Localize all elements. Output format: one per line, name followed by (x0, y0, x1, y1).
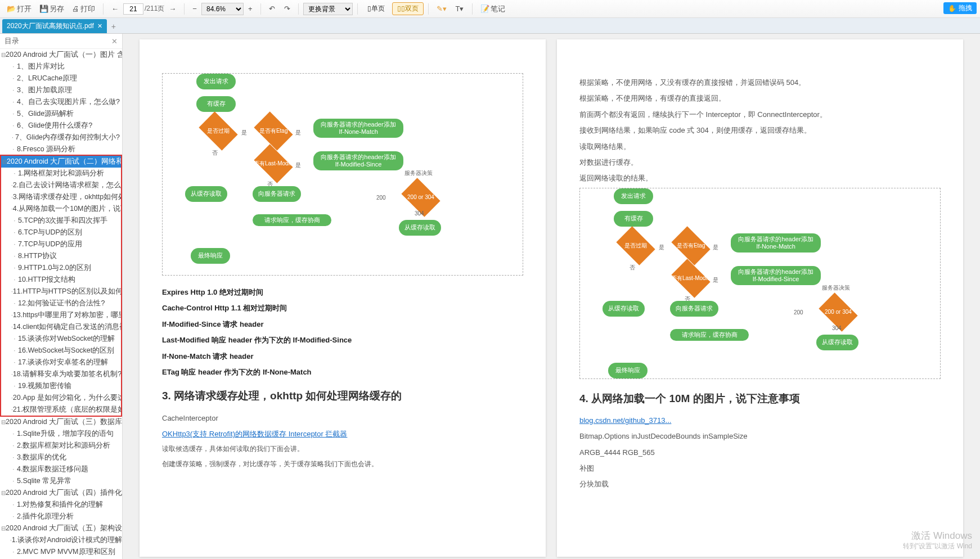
flow-node: 是否有Last-Modified (671, 259, 710, 297)
add-tab-button[interactable]: + (107, 20, 120, 33)
single-page-button[interactable]: ▯单页 (362, 2, 390, 15)
toc-item[interactable]: ·3.网络请求缓存处理，okhttp如何处理 (1, 191, 121, 203)
toc-item[interactable]: ·10.HTTP报文结构 (1, 274, 121, 286)
toc-item[interactable]: ·15.谈谈你对WebSocket的理解 (1, 333, 121, 345)
page-viewport[interactable]: 发出请求有缓存是否过期是否是否有Etag是否向服务器请求的header添加 If… (123, 34, 980, 559)
toc-item[interactable]: ·5.Sqlite 常见异常 (0, 475, 122, 487)
print-button[interactable]: 🖨打印 (69, 2, 98, 16)
flow-node: 请求响应，缓存协商 (253, 214, 331, 226)
flowchart-left: 发出请求有缓存是否过期是否是否有Etag是否向服务器请求的header添加 If… (162, 73, 523, 276)
toc-item[interactable]: ·1.对热修复和插件化的理解 (0, 499, 122, 511)
flow-node: 有缓存 (196, 96, 236, 112)
toc-item[interactable]: ⊟2020 Android 大厂面试（四）插件化、模 (0, 487, 122, 499)
toc-item[interactable]: ·1.谈谈你对Android设计模式的理解 (0, 534, 122, 546)
sidebar-close-icon[interactable]: ✕ (111, 37, 118, 46)
flow-node: 向服务器请求 (670, 301, 718, 317)
toc-item[interactable]: ·8.Fresco 源码分析 (0, 143, 122, 155)
toc-item[interactable]: ⊟2020 Android 大厂面试（三）数据库 含 (0, 416, 122, 428)
flow-label: 是 (241, 128, 247, 138)
zoom-out-button[interactable]: − (189, 3, 200, 15)
toc-item[interactable]: ·2.插件化原理分析 (0, 511, 122, 522)
flow-node: 向服务器请求 (253, 186, 301, 202)
toc-item[interactable]: ·2.数据库框架对比和源码分析 (0, 440, 122, 452)
flow-node: 最终响应 (191, 248, 230, 264)
page-left: 发出请求有缓存是否过期是否是否有Etag是否向服务器请求的header添加 If… (140, 39, 546, 557)
okhttp-link[interactable]: OKHttp3(支持 Retrofit)的网络数据缓存 Interceptor … (162, 430, 347, 438)
flow-node: 是否有Last-Modified (254, 144, 293, 183)
toc-item[interactable]: ⊟2020 Android 大厂面试（二）网络和安全 (1, 156, 121, 168)
flow-label: 否 (630, 263, 635, 273)
toc-item[interactable]: ·21.权限管理系统（底层的权限是如何) (1, 404, 121, 416)
toc-item[interactable]: ·5、Glide源码解析 (0, 108, 122, 120)
toc-item[interactable]: ·2.自己去设计网络请求框架，怎么做? (1, 179, 121, 191)
prev-page-button[interactable]: ← (108, 3, 122, 15)
close-tab-icon[interactable]: ✕ (97, 22, 102, 30)
toc-item[interactable]: ·11.HTTP与HTTPS的区别以及如何实现 (1, 286, 121, 297)
toc-item[interactable]: ·8.HTTP协议 (1, 250, 121, 262)
toc-item[interactable]: ⊟2020 Android 大厂面试（一）图片 含答 (0, 49, 122, 61)
flow-label: 是 (295, 128, 301, 138)
flow-label: 200 (376, 193, 386, 203)
toc-item[interactable]: ·1.Sqlite升级，增加字段的语句 (0, 428, 122, 440)
flow-node: 向服务器请求的header添加 If-Modified-Since (313, 151, 403, 170)
toc-item[interactable]: ·4.数据库数据迁移问题 (0, 463, 122, 475)
next-page-button[interactable]: → (165, 3, 179, 15)
toc-item[interactable]: ·6、Glide使用什么缓存? (0, 120, 122, 132)
flow-label: 服务器决策 (822, 283, 850, 293)
flow-node: 向服务器请求的header添加 If-Modified-Since (731, 266, 821, 285)
background-select[interactable]: 更换背景 (303, 3, 353, 15)
flow-node: 向服务器请求的header添加 If-None-Match (731, 233, 821, 253)
flow-node: 发出请求 (614, 188, 653, 204)
windows-watermark: 激活 Windows 转到"设置"以激活 Wind (903, 530, 972, 551)
toc-item[interactable]: ·5.TCP的3次握手和四次挥手 (1, 215, 121, 227)
toc-item[interactable]: ·19.视频加密传输 (1, 380, 121, 392)
toc-item[interactable]: ·14.client如何确定自己发送的消息被se (1, 321, 121, 333)
highlight-button[interactable]: ✎▾ (433, 3, 450, 15)
toc-item[interactable]: ·12.如何验证证书的合法性? (1, 297, 121, 309)
toc-item[interactable]: ·1.网络框架对比和源码分析 (1, 168, 121, 179)
flow-label: 服务器决策 (404, 168, 433, 178)
toc-item[interactable]: ·9.HTTP1.0与2.0的区别 (1, 262, 121, 274)
toc-item[interactable]: ·13.https中哪里用了对称加密，哪里用 (1, 309, 121, 321)
double-page-button[interactable]: ▯▯双页 (392, 2, 424, 15)
rotate-left-button[interactable]: ↶ (266, 3, 278, 15)
csdn-link[interactable]: blog.csdn.net/github_3713... (579, 416, 671, 425)
notes-button[interactable]: 📝笔记 (477, 2, 509, 16)
section-3-heading: 3. 网络请求缓存处理，okhttp 如何处理网络缓存的 (162, 386, 523, 405)
drag-mode-badge[interactable]: ✋拖拽 (943, 2, 977, 14)
flow-node: 发出请求 (196, 74, 236, 89)
toc-item[interactable]: ·16.WebSocket与Socket的区别 (1, 345, 121, 357)
toc-item[interactable]: ·6.TCP与UDP的区别 (1, 227, 121, 238)
main-toolbar: 📂打开 💾另存 🖨打印 ← /211页 → − 84.6% + ↶ ↷ 更换背景… (0, 0, 980, 18)
saveas-button[interactable]: 💾另存 (36, 2, 68, 16)
toc-item[interactable]: ·4、自己去实现图片库，怎么做? (0, 96, 122, 108)
flow-node: 从缓存读取 (816, 335, 858, 350)
toc-item[interactable]: ·18.请解释安卓为啥要加签名机制? (1, 368, 121, 380)
toc-item[interactable]: ⊟2020 Android 大厂面试（五）架构设计 (0, 522, 122, 534)
page-input[interactable] (123, 3, 143, 15)
toc-item[interactable]: ⊞3.你所知道的设计模式有哪些? (0, 558, 122, 558)
flow-node: 是否过期 (616, 226, 655, 265)
page-right: 根据策略，不使用网络，又没有缓存的直接报错，并返回错误码 504。 根据策略，不… (557, 39, 963, 557)
document-tab[interactable]: 2020大厂面试高频知识点.pdf ✕ (2, 19, 107, 33)
toc-item[interactable]: ·3.数据库的优化 (0, 452, 122, 463)
flow-node: 从缓存读取 (399, 220, 441, 236)
zoom-in-button[interactable]: + (245, 3, 256, 15)
toc-item[interactable]: ·3、图片加载原理 (0, 84, 122, 96)
flow-node: 有缓存 (614, 211, 653, 227)
toc-item[interactable]: ·1、图片库对比 (0, 61, 122, 73)
text-button[interactable]: T▾ (452, 3, 467, 15)
open-button[interactable]: 📂打开 (3, 2, 35, 16)
zoom-select[interactable]: 84.6% (201, 3, 244, 15)
toc-item[interactable]: ·4.从网络加载一个10M的图片，说下注 (1, 203, 121, 215)
toc-item[interactable]: ·2、LRUCache原理 (0, 73, 122, 84)
rotate-right-button[interactable]: ↷ (281, 3, 294, 15)
toc-item[interactable]: ·20.App 是如何沙箱化，为什么要这么 (1, 392, 121, 404)
toc-item[interactable]: ·7.TCP与UDP的应用 (1, 238, 121, 250)
section-4-heading: 4. 从网络加载一个 10M 的图片，说下注意事项 (579, 389, 941, 408)
flow-label: 200 (794, 308, 803, 318)
toc-tree[interactable]: ⊟2020 Android 大厂面试（一）图片 含答·1、图片库对比·2、LRU… (0, 49, 122, 558)
toc-item[interactable]: ·7、Glide内存缓存如何控制大小? (0, 132, 122, 143)
toc-item[interactable]: ·2.MVC MVP MVVM原理和区别 (0, 546, 122, 558)
toc-item[interactable]: ·17.谈谈你对安卓签名的理解 (1, 357, 121, 368)
